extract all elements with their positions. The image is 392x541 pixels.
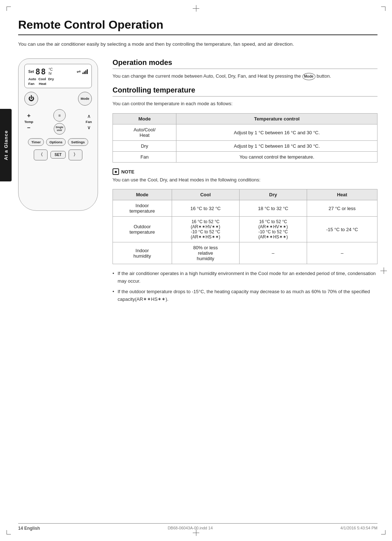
note-text: You can use the Cool, Dry, and Heat mode… [113,176,377,184]
cond-row3-mode: Indoorhumidity [113,242,172,264]
corner-mark-tr [381,7,385,11]
page-number: 14 English [18,526,40,531]
settings-button[interactable]: Settings [68,138,88,146]
cond-row3-heat: – [307,242,377,264]
display-icons: ⇌ [77,69,88,74]
mode-button-label: Mode [81,97,89,101]
display-hr: hr [49,71,52,75]
cond-row1-heat: 27 °C or less [307,200,377,217]
mode-dry: Dry [48,77,54,81]
page-footer: 14 English DB68-06043A-00.indd 14 4/1/20… [18,523,377,531]
fan-up-button[interactable]: ∧ [87,113,91,119]
remote-buttons: ⏻ Mode + Temp – [24,92,92,160]
content-col: Operation modes You can change the curre… [113,58,377,306]
timer-button[interactable]: Timer [28,138,44,146]
cond-row1-mode: Indoortemperature [113,200,172,217]
mode-heat: Heat [39,82,46,86]
bar1 [82,73,83,74]
mode-auto: Auto [28,77,36,81]
swing-button[interactable]: ≡ [53,109,66,122]
two-col-layout: Set 88 °C hr ⇌ [18,58,377,306]
single-user-label: Singleuser [56,126,63,131]
list-item: If the air conditioner operates in a hig… [113,270,377,285]
nav-right-button[interactable]: 〉 [69,149,82,160]
signal-bars [82,69,88,74]
mode-inline-button: Mode [302,73,315,80]
settings-label: Settings [71,140,85,144]
wifi-icon: ⇌ [77,69,81,74]
temp-row2-control: Adjust by 1 °C between 18 °C and 30 °C. [176,141,377,152]
display-unit: °C hr [49,67,53,75]
btn-row-temp-fan: + Temp – ≡ Singleuser [24,109,92,135]
note-box: ■ NOTE You can use the Cool, Dry, and He… [113,168,377,184]
corner-mark-br [381,530,385,534]
fan-label: Fan [86,120,92,124]
temp-table-header-control: Temperature control [176,114,377,124]
temp-row3-control: You cannot control the temperature. [176,152,377,163]
page-title: Remote Control Operation [18,18,377,35]
nav-row: 〈 SET 〉 [24,149,92,160]
timer-label: Timer [31,140,41,144]
controlling-temp-title: Controlling temperature [113,86,377,97]
mode-fan: Fan [28,82,34,86]
cond-row1-cool: 16 °C to 32 °C [172,200,239,217]
mode-cool: Cool [38,77,46,81]
note-icon: ■ [113,168,119,175]
temp-minus-button[interactable]: – [27,124,30,131]
cond-row1-dry: 18 °C to 32 °C [239,200,307,217]
corner-mark-tl [7,7,11,11]
temp-row1-control: Adjust by 1 °C between 16 °C and 30 °C. [176,124,377,141]
operation-modes-title: Operation modes [113,58,377,69]
single-user-button[interactable]: Singleuser [54,123,65,135]
temp-row1-mode: Auto/Cool/Heat [113,124,176,141]
power-button[interactable]: ⏻ [24,92,38,106]
footer-date: 4/1/2016 5:43:54 PM [340,526,377,531]
temp-row2-mode: Dry [113,141,176,152]
cond-row3-dry: – [239,242,307,264]
bar3 [85,70,86,74]
display-celsius: °C [49,67,53,71]
cond-row2-mode: Outdoortemperature [113,217,172,242]
temp-control: + Temp – [24,112,33,131]
cond-header-heat: Heat [307,189,377,200]
corner-mark-bl [7,530,11,534]
nav-left-icon: 〈 [38,152,43,158]
main-content: Remote Control Operation You can use the… [18,0,377,306]
cond-row2-dry: 16 °C to 52 °C(AR✶✶HV✶✶)-10 °C to 52 °C(… [239,217,307,242]
power-icon: ⏻ [28,95,34,102]
intro-text: You can use the air conditioner easily b… [18,40,377,48]
sidebar-label: At a Glance [3,130,9,160]
cond-row3-cool: 80% or lessrelativehumidity [172,242,239,264]
conditions-table: Mode Cool Dry Heat Indoortemperature 16 … [113,189,377,264]
nav-right-icon: 〉 [73,152,78,158]
display-digits: 88 [36,67,47,76]
bullet-list: If the air conditioner operates in a hig… [113,270,377,303]
operation-modes-text: You can change the current mode between … [113,73,377,80]
remote-display: Set 88 °C hr ⇌ [24,64,92,88]
set-button[interactable]: SET [50,151,65,159]
crosshair-right [380,267,387,274]
mode-button[interactable]: Mode [78,92,92,106]
fan-down-button[interactable]: ∨ [87,124,91,130]
table-row: Outdoortemperature 16 °C to 52 °C(AR✶✶HV… [113,217,377,242]
note-title: NOTE [121,169,134,175]
remote-col: Set 88 °C hr ⇌ [18,58,98,211]
options-button[interactable]: Options [46,138,66,146]
sidebar: At a Glance [0,109,12,181]
temp-table-header-mode: Mode [113,114,176,124]
table-row: Auto/Cool/Heat Adjust by 1 °C between 16… [113,124,377,141]
mode-labels-row2: Fan Heat [28,82,88,86]
btn-row-timer-options: Timer Options Settings [24,138,92,146]
temp-row3-mode: Fan [113,152,176,163]
remote-control: Set 88 °C hr ⇌ [18,58,98,211]
controlling-temp-text: You can control the temperature in each … [113,100,377,108]
cond-row2-heat: -15 °C to 24 °C [307,217,377,242]
temp-plus-button[interactable]: + [27,112,30,119]
temperature-table: Mode Temperature control Auto/Cool/Heat … [113,113,377,163]
table-row: Dry Adjust by 1 °C between 18 °C and 30 … [113,141,377,152]
nav-left-button[interactable]: 〈 [34,149,48,160]
table-row: Indoortemperature 16 °C to 32 °C 18 °C t… [113,200,377,217]
cond-row2-cool: 16 °C to 52 °C(AR✶✶HV✶✶)-10 °C to 52 °C(… [172,217,239,242]
swing-icon: ≡ [58,113,61,118]
note-header: ■ NOTE [113,168,377,175]
